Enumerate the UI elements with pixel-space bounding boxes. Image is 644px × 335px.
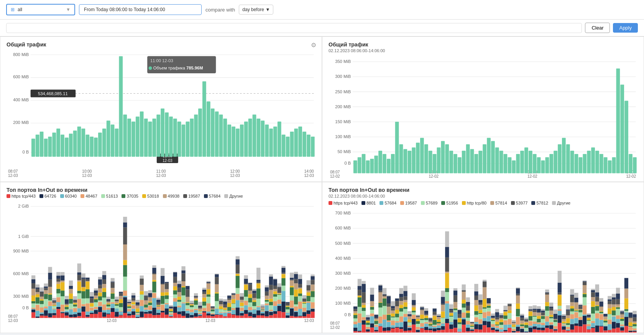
svg-rect-960 [358,330,361,331]
bar-chart-top-right: 350 MiB 300 MiB 250 MiB 200 MiB 150 MiB … [329,55,637,169]
legend-item: 57684 [380,201,396,205]
svg-rect-1003 [374,331,378,332]
svg-rect-1114 [416,330,420,332]
svg-rect-1091 [407,330,411,333]
svg-text:600 MiB: 600 MiB [13,74,29,79]
x-label: 14:0012-02 [626,321,636,330]
legend-bottom-right: https tcp/443880157684195875768951956htt… [329,201,637,205]
chart-subtitle-top-right: 02.12.2023 08:06:00-14:06:00 [329,48,637,53]
svg-text:150 MiB: 150 MiB [335,119,351,124]
svg-text:400 MiB: 400 MiB [13,97,29,102]
legend-item: https tcp/443 [329,201,358,205]
layers-icon: ⊞ [11,7,15,12]
x-label: 12:0012-03 [230,169,240,178]
svg-rect-981 [366,332,370,333]
date-range-input[interactable]: From Today 08:06:00 to Today 14:06:00 [79,4,202,15]
svg-rect-1510 [566,330,570,330]
compare-arrow: ▼ [265,7,270,12]
svg-rect-1687 [632,330,636,330]
chart-ports-current: Топ портов In+Out во времени https tcp/4… [0,182,322,333]
svg-rect-1401 [524,331,528,332]
chart-title-bottom-right: Топ портов In+Out во времени [329,187,637,193]
svg-rect-1675 [629,331,632,332]
svg-rect-1311 [491,330,495,333]
x-label: 11:0012-03 [156,169,166,178]
svg-text:12-03: 12-03 [163,158,172,163]
charts-grid: ⚙ Общий трафик 800 MiB 600 MiB 400 MiB 2… [0,36,644,333]
svg-text:350 MiB: 350 MiB [335,59,351,64]
svg-rect-1619 [608,330,611,332]
legend-item: Другие [552,201,570,205]
svg-rect-1564 [587,329,591,332]
svg-text:200 MiB: 200 MiB [335,104,351,109]
legend-item: https tcp/443 [7,194,36,198]
chart-total-traffic-compare: Общий трафик 02.12.2023 08:06:00-14:06:0… [322,36,644,182]
svg-rect-1509 [566,330,570,332]
x-labels-top-left: 08:0712-03 10:0012-03 11:0012-03 12:0012… [7,169,315,178]
svg-rect-1520 [570,330,574,333]
x-label: 10:0012-02 [429,170,439,178]
x-label: 12:0012-03 [205,314,215,323]
legend-item: 53977 [511,201,528,205]
date-range-text: From Today 08:06:00 to Today 14:06:00 [84,7,165,12]
svg-rect-1113 [416,332,420,332]
chart-area-top-left: 800 MiB 600 MiB 400 MiB 200 MiB 0 B 534,… [7,48,315,168]
chart-area-bottom-left: 2 GiB 1 GiB 900 MiB 600 MiB 300 MiB 0 B [7,200,315,314]
compare-select[interactable]: day before ▼ [239,5,273,15]
filter-input[interactable] [6,23,582,33]
legend-item: 51956 [441,201,458,205]
svg-text:400 MiB: 400 MiB [335,256,351,260]
gear-icon[interactable]: ⚙ [311,41,316,49]
svg-text:900 MiB: 900 MiB [13,248,29,253]
svg-text:200 MiB: 200 MiB [335,286,351,290]
legend-item: 64726 [39,194,56,198]
svg-text:1 GiB: 1 GiB [18,234,29,238]
svg-text:11:00: 11:00 [163,154,172,158]
x-label: 14:0012-02 [626,170,636,178]
bar-chart-top-left: 800 MiB 600 MiB 400 MiB 200 MiB 0 B 534,… [7,48,315,168]
legend-bottom-left: https tcp/443647266034048467516133703553… [7,194,315,198]
svg-text:250 MiB: 250 MiB [335,89,351,94]
svg-rect-1036 [387,330,391,332]
x-labels-bottom-left: 08:0712-03 10:0012-03 12:0012-03 14:0012… [7,314,315,323]
svg-text:800 MiB: 800 MiB [13,52,29,57]
svg-rect-959 [358,331,361,332]
svg-rect-1345 [503,330,507,331]
svg-rect-1333 [499,332,503,332]
legend-item: 8801 [361,201,376,205]
svg-text:100 MiB: 100 MiB [335,134,351,139]
legend-item: Другие [224,194,243,198]
svg-rect-1179 [441,330,445,332]
chart-title-top-right: Общий трафик [329,41,637,48]
svg-text:500 MiB: 500 MiB [335,241,351,245]
legend-item: 51613 [101,194,118,198]
legend-item: 60340 [60,194,77,198]
chart-ports-compare: Топ портов In+Out во времени 02.12.2023 … [322,182,644,333]
compare-value: day before [242,7,264,12]
svg-rect-1402 [524,330,528,331]
legend-item: http tcp/80 [462,201,486,205]
svg-rect-1322 [495,331,499,332]
svg-text:Объем трафика 785.96M: Объем трафика 785.96M [153,66,203,70]
svg-text:300 MiB: 300 MiB [13,294,29,299]
filter-bar: Clear Apply [0,20,644,36]
legend-item: 57814 [490,201,507,205]
top-bar: ⊞ all ▼ From Today 08:06:00 to Today 14:… [0,0,644,20]
svg-rect-1004 [374,330,378,331]
svg-rect-1498 [562,330,566,333]
legend-item: 48467 [80,194,97,198]
svg-text:50 MiB: 50 MiB [337,149,351,154]
clear-button[interactable]: Clear [585,23,610,33]
svg-rect-1476 [554,330,557,332]
apply-button[interactable]: Apply [613,23,638,33]
chart-area-top-right: 350 MiB 300 MiB 250 MiB 200 MiB 150 MiB … [329,55,637,169]
source-selector[interactable]: ⊞ all ▼ [6,4,75,15]
svg-text:11:00 12-03: 11:00 12-03 [150,58,173,63]
x-labels-bottom-right: 08:0712-02 10:0012-02 12:0012-02 14:0012… [329,321,637,330]
svg-rect-1256 [470,331,474,332]
chart-title-top-left: Общий трафик [7,41,315,48]
x-label: 08:0712-02 [330,170,340,178]
chart-title-bottom-left: Топ портов In+Out во времени [7,187,315,193]
legend-item: 57684 [204,194,221,198]
svg-rect-1025 [383,331,386,332]
